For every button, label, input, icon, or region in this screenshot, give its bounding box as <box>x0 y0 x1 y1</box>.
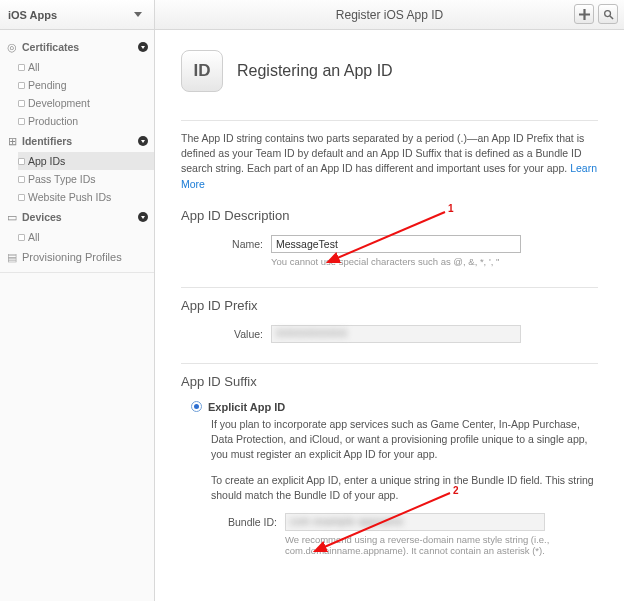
page-header-title: Register iOS App ID <box>336 8 443 22</box>
section-label: Identifiers <box>22 135 138 147</box>
section-title-prefix: App ID Prefix <box>181 298 598 313</box>
main-header: Register iOS App ID <box>155 0 624 30</box>
profile-icon: ▤ <box>6 251 18 264</box>
chevron-down-icon <box>138 136 148 146</box>
name-hint: You cannot use special characters such a… <box>271 256 598 267</box>
page-title: Registering an App ID <box>237 62 393 80</box>
certificate-icon: ◎ <box>6 41 18 54</box>
sidebar-item-pass-type-ids[interactable]: Pass Type IDs <box>18 170 154 188</box>
section-title-description: App ID Description <box>181 208 598 223</box>
device-icon: ▭ <box>6 211 18 224</box>
section-identifiers[interactable]: ⊞ Identifiers <box>0 130 154 152</box>
sidebar-item-cert-production[interactable]: Production <box>18 112 154 130</box>
chevron-down-icon <box>138 212 148 222</box>
id-badge-icon: ID <box>181 50 223 92</box>
sidebar-item-website-push-ids[interactable]: Website Push IDs <box>18 188 154 206</box>
explicit-desc-1: If you plan to incorporate app services … <box>211 417 598 463</box>
sidebar-item-cert-pending[interactable]: Pending <box>18 76 154 94</box>
sidebar-item-devices-all[interactable]: All <box>18 228 154 246</box>
name-input[interactable] <box>271 235 521 253</box>
section-certificates[interactable]: ◎ Certificates <box>0 36 154 58</box>
identifier-icon: ⊞ <box>6 135 18 148</box>
search-button[interactable] <box>598 4 618 24</box>
sidebar-header[interactable]: iOS Apps <box>0 0 154 30</box>
sidebar-item-cert-all[interactable]: All <box>18 58 154 76</box>
chevron-down-icon <box>138 42 148 52</box>
intro-text: The App ID string contains two parts sep… <box>181 131 598 192</box>
prefix-value: XXXXXXXXXX <box>271 325 521 343</box>
annotation-label-2: 2 <box>453 485 459 496</box>
sidebar-item-app-ids[interactable]: App IDs <box>18 152 154 170</box>
plus-icon <box>579 9 590 20</box>
sidebar-item-provisioning-profiles[interactable]: ▤ Provisioning Profiles <box>0 246 154 268</box>
explicit-desc-2: To create an explicit App ID, enter a un… <box>211 473 598 503</box>
section-label: Devices <box>22 211 138 223</box>
radio-selected-icon <box>191 401 202 412</box>
section-devices[interactable]: ▭ Devices <box>0 206 154 228</box>
dropdown-icon <box>134 12 142 17</box>
svg-point-0 <box>604 10 610 16</box>
annotation-label-1: 1 <box>448 203 454 214</box>
explicit-radio-row[interactable]: Explicit App ID <box>191 401 598 413</box>
explicit-title: Explicit App ID <box>208 401 285 413</box>
bundle-id-input[interactable]: com example appname <box>285 513 545 531</box>
section-title-suffix: App ID Suffix <box>181 374 598 389</box>
sidebar-item-cert-development[interactable]: Development <box>18 94 154 112</box>
sidebar-title: iOS Apps <box>8 9 134 21</box>
sidebar-item-label: Provisioning Profiles <box>22 251 122 263</box>
section-label: Certificates <box>22 41 138 53</box>
bundle-id-label: Bundle ID: <box>195 513 285 528</box>
search-icon <box>603 9 614 20</box>
add-button[interactable] <box>574 4 594 24</box>
prefix-label: Value: <box>181 325 271 340</box>
sidebar: iOS Apps ◎ Certificates All Pending Deve… <box>0 0 155 601</box>
name-label: Name: <box>181 235 271 250</box>
bundle-id-hint: We recommend using a reverse-domain name… <box>285 534 555 556</box>
svg-line-1 <box>609 15 612 18</box>
main-panel: Register iOS App ID ID Registering an Ap… <box>155 0 624 601</box>
